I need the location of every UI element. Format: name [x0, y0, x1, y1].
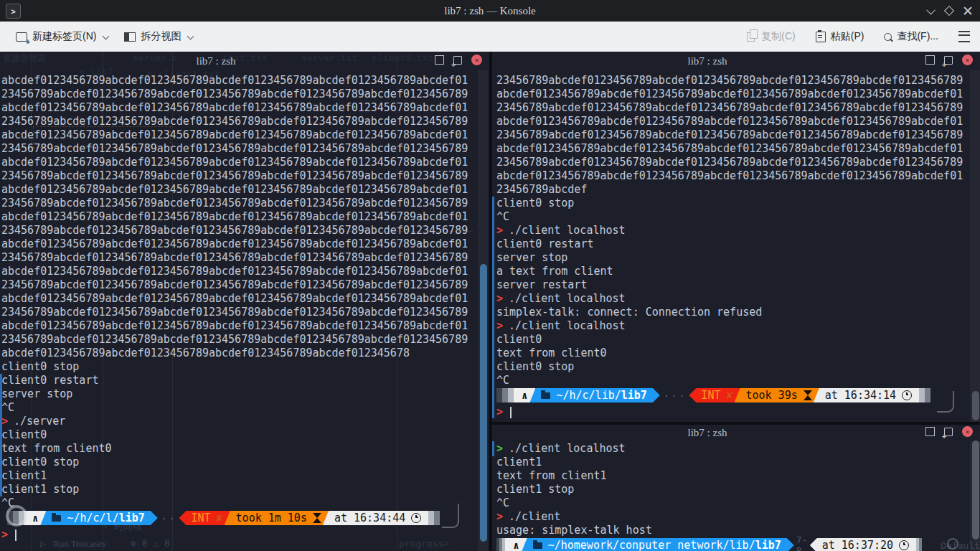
scrollbar-track[interactable]	[970, 70, 980, 422]
pane-title: lib7 : zsh	[492, 52, 923, 67]
detach-pane-icon[interactable]	[944, 428, 953, 436]
detach-pane-icon[interactable]	[453, 56, 462, 65]
terminal-line: >./client localhost	[496, 319, 980, 333]
terminal-line: text from client1	[496, 469, 980, 483]
folder-icon	[533, 542, 542, 549]
command-text: ./client localhost	[509, 442, 626, 455]
pane-header-icons: ✕	[925, 55, 973, 65]
ghost-bell-icon	[947, 538, 958, 550]
scrollbar-thumb[interactable]	[480, 264, 487, 542]
command-text: ./server	[14, 415, 65, 428]
terminal-output[interactable]: >./client localhost client1 text from cl…	[492, 441, 980, 551]
copy-label: 复制(C)	[761, 30, 795, 43]
prompt-line: >	[1, 528, 489, 542]
terminal-pane-left[interactable]: 资源管理器 server.c test.txt server.txt clien…	[0, 52, 489, 551]
scrollbar-thumb[interactable]	[972, 441, 979, 540]
minimize-button[interactable]	[921, 1, 940, 20]
pane-header: lib7 : zsh ✕	[0, 52, 489, 70]
terminal-line: ^C	[496, 210, 980, 224]
ghost-rounded-corner	[442, 504, 459, 528]
powerline-prompt-bar: ∧ ~/h/c/l/lib7 ·· INT✘ took 1m 10s at 16…	[7, 511, 489, 525]
close-pane-button[interactable]: ✕	[962, 55, 973, 65]
prompt-connector-dots: ··	[161, 511, 177, 525]
directory-segment: ~/homework/conputer_network/lib/lib7	[522, 538, 794, 551]
minimize-icon	[926, 5, 936, 14]
folder-icon	[52, 515, 61, 522]
terminal-pane-bottom-right[interactable]: lib7 : zsh ✕ >./client localhost client1…	[492, 425, 980, 551]
duration-text: took 1m 10s	[236, 512, 307, 524]
command-text: ./client	[509, 510, 560, 523]
prompt-block	[919, 538, 922, 551]
command-text: ./client localhost	[509, 319, 626, 332]
signal-label: INT	[701, 389, 720, 402]
copy-button[interactable]: 复制(C)	[747, 30, 795, 43]
maximize-button[interactable]	[940, 1, 958, 20]
directory-name: lib7	[621, 389, 647, 402]
duration-text: took 39s	[745, 389, 797, 402]
hourglass-icon	[313, 513, 321, 523]
chevron-down-icon	[103, 32, 110, 39]
pane-title: lib7 : zsh	[0, 52, 432, 67]
close-pane-button[interactable]: ✕	[962, 426, 973, 437]
prompt-arrow: >	[1, 528, 8, 542]
prompt-line: >	[496, 405, 980, 419]
directory-path: ~/h/c/l/	[67, 512, 118, 524]
new-output-marker	[492, 441, 494, 456]
terminal-line: client0 restart	[1, 374, 489, 387]
prompt-arrow: >	[496, 405, 503, 420]
pane-header-icons: ✕	[435, 55, 482, 65]
terminal-line: client1	[1, 469, 489, 483]
terminal-line: text from client0	[1, 442, 489, 456]
pane-header: lib7 : zsh ✕	[492, 425, 980, 441]
terminal-stream-text: abcdef0123456789abcdef0123456789abcdef01…	[1, 74, 489, 360]
close-pane-button[interactable]: ✕	[471, 55, 482, 65]
split-view-button[interactable]: 拆分视图	[124, 30, 193, 43]
copy-icon	[747, 32, 755, 42]
find-button[interactable]: 查找(F)...	[884, 30, 938, 43]
time-text: at 16:34:14	[825, 389, 896, 402]
close-window-button[interactable]: ✕	[958, 1, 977, 20]
directory-name: lib7	[119, 512, 145, 524]
terminal-line: >./client	[496, 510, 980, 524]
command-text: ./client localhost	[509, 224, 626, 237]
clock-icon	[411, 513, 421, 523]
duration-segment: took 39s	[734, 388, 819, 402]
prompt-block	[428, 511, 434, 525]
maximize-pane-icon[interactable]	[925, 55, 935, 65]
detach-pane-icon[interactable]	[944, 56, 953, 65]
prompt-block	[925, 388, 930, 402]
terminal-line: client0 stop	[496, 360, 980, 374]
terminal-pane-top-right[interactable]: lib7 : zsh ✕ 23456789abcdef0123456789abc…	[492, 52, 980, 422]
hourglass-icon	[804, 390, 812, 400]
toolbar: 新建标签页(N) 拆分视图 复制(C) 粘贴(P) 查找(F)...	[0, 22, 980, 52]
prompt-block	[919, 388, 925, 402]
maximize-pane-icon[interactable]	[435, 55, 444, 65]
clock-icon	[902, 390, 912, 400]
paste-button[interactable]: 粘贴(P)	[816, 30, 864, 43]
new-tab-button[interactable]: 新建标签页(N)	[16, 30, 108, 43]
prompt-arrow: >	[496, 442, 503, 456]
terminal-line: ^C	[496, 374, 980, 387]
prompt-arrow: >	[496, 292, 503, 306]
terminal-line: usage: simplex-talk host	[496, 524, 980, 537]
prompt-arrow: >	[496, 319, 503, 334]
terminal-output[interactable]: abcdef0123456789abcdef0123456789abcdef01…	[0, 70, 489, 542]
time-segment: at 16:34:14	[814, 388, 919, 402]
new-output-marker	[0, 374, 2, 496]
menu-button[interactable]	[958, 31, 970, 42]
pane-header-icons: ✕	[925, 426, 973, 437]
terminal-line: server stop	[1, 387, 489, 401]
terminal-output[interactable]: 23456789abcdef0123456789abcdef0123456789…	[492, 70, 980, 419]
terminal-line: ^C	[496, 496, 980, 510]
ghost-gear-icon	[6, 505, 27, 527]
text-cursor	[15, 529, 17, 541]
prompt-block	[508, 388, 514, 402]
scrollbar-thumb[interactable]	[972, 391, 979, 420]
find-label: 查找(F)...	[897, 30, 938, 43]
time-text: at 16:34:44	[334, 512, 405, 524]
window-titlebar: > lib7 : zsh — Konsole ✕	[0, 0, 980, 22]
prompt-block	[434, 511, 440, 525]
folder-icon	[541, 392, 550, 399]
maximize-pane-icon[interactable]	[925, 427, 935, 436]
konsole-window: > lib7 : zsh — Konsole ✕ 新建标签页(N) 拆分视图 复…	[0, 0, 980, 551]
